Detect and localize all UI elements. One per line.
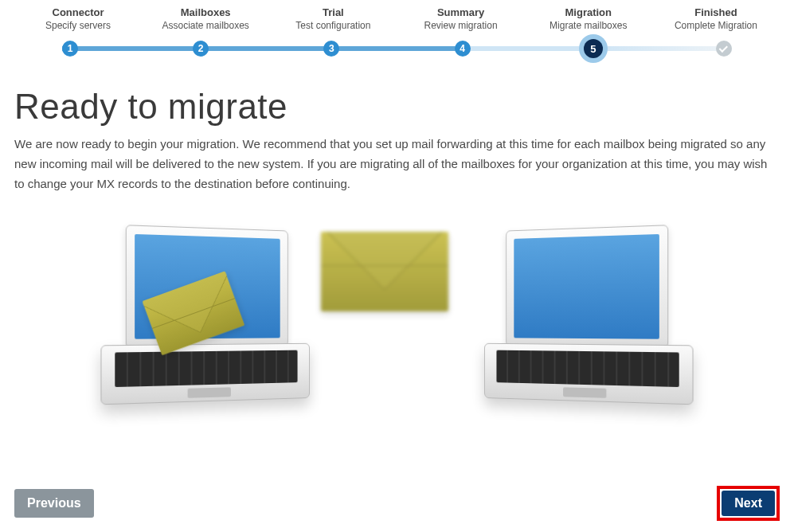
step-sub: Complete Migration <box>652 20 780 31</box>
step-node-3[interactable]: 3 <box>323 41 339 57</box>
step-number: 4 <box>460 43 465 54</box>
step-title: Trial <box>269 6 397 18</box>
laptop-icon <box>484 224 693 415</box>
step-migration: Migration Migrate mailboxes <box>525 6 652 31</box>
check-icon <box>719 44 728 53</box>
step-number: 5 <box>590 43 596 55</box>
next-button-highlight: Next <box>717 486 780 521</box>
step-sub: Review migration <box>397 20 525 31</box>
stepper-labels: Connector Specify servers Mailboxes Asso… <box>14 0 780 31</box>
step-trial: Trial Test configuration <box>269 6 397 31</box>
step-sub: Associate mailboxes <box>142 20 269 31</box>
wizard-footer: Previous Next <box>14 486 780 521</box>
step-sub: Specify servers <box>14 20 142 31</box>
step-title: Connector <box>14 6 142 18</box>
step-node-5[interactable]: 5 <box>579 34 608 63</box>
step-title: Mailboxes <box>142 6 269 18</box>
step-connector: Connector Specify servers <box>14 6 142 31</box>
step-mailboxes: Mailboxes Associate mailboxes <box>142 6 269 31</box>
step-finished: Finished Complete Migration <box>652 6 780 31</box>
step-number: 1 <box>68 43 73 54</box>
step-title: Migration <box>525 6 652 18</box>
next-button[interactable]: Next <box>722 491 775 516</box>
step-node-2[interactable]: 2 <box>193 41 209 57</box>
step-number: 2 <box>198 43 204 54</box>
step-title: Finished <box>652 6 780 18</box>
step-node-4[interactable]: 4 <box>455 41 471 57</box>
step-sub: Migrate mailboxes <box>525 20 652 31</box>
step-number: 3 <box>329 43 334 54</box>
page-description: We are now ready to begin your migration… <box>14 135 779 194</box>
step-sub: Test configuration <box>269 20 397 31</box>
page-title: Ready to migrate <box>14 87 780 127</box>
step-summary: Summary Review migration <box>397 6 525 31</box>
envelope-flying-icon <box>321 232 448 311</box>
step-node-1[interactable]: 1 <box>62 41 78 57</box>
step-node-6 <box>716 41 732 57</box>
migration-illustration <box>14 208 780 423</box>
previous-button[interactable]: Previous <box>14 489 94 518</box>
step-title: Summary <box>397 6 525 18</box>
stepper-rail: 1 2 3 4 5 <box>62 37 732 60</box>
